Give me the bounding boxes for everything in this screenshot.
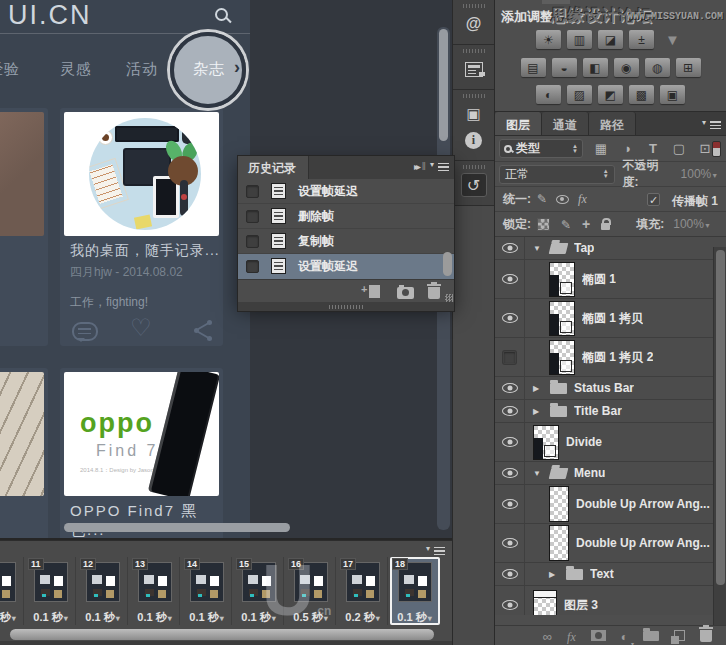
history-step[interactable]: 复制帧 xyxy=(238,229,454,254)
card-title[interactable]: 我的桌面，随手记录... xyxy=(70,242,220,260)
layer-row[interactable]: Status Bar xyxy=(495,377,726,400)
frame-thumbnail[interactable] xyxy=(0,562,16,602)
nav-item[interactable]: 灵感 xyxy=(60,60,92,79)
new-layer-icon[interactable] xyxy=(674,630,685,641)
layers-scrollbar[interactable] xyxy=(713,247,726,625)
layer-row[interactable]: 图层 3 xyxy=(495,586,726,615)
opacity-field[interactable]: 100% xyxy=(677,165,726,184)
scrollbar-thumb[interactable] xyxy=(439,29,448,141)
share-icon[interactable] xyxy=(194,328,199,333)
layer-thumbnail[interactable] xyxy=(533,425,559,460)
new-document-from-state-button[interactable] xyxy=(369,285,380,298)
lock-position-icon[interactable] xyxy=(582,215,590,233)
visibility-toggle[interactable] xyxy=(495,563,525,585)
tab-channels[interactable]: 通道 xyxy=(542,112,589,135)
collapse-panel-icon[interactable] xyxy=(414,161,418,172)
layer-thumbnail[interactable] xyxy=(533,590,557,616)
filter-kind-dropdown[interactable]: 类型 xyxy=(499,139,583,158)
adj-photo-filter-icon[interactable]: ◉ xyxy=(614,58,639,77)
frame-delay-select[interactable]: 0.1 秒 xyxy=(0,610,23,625)
filter-shape-layers-icon[interactable] xyxy=(671,141,687,156)
frame-delay-select[interactable]: 0.2 秒 xyxy=(338,610,387,625)
adj-exposure-icon[interactable]: ± xyxy=(629,30,654,49)
expander-icon[interactable] xyxy=(549,570,559,579)
history-source-checkbox[interactable] xyxy=(246,235,259,248)
adj-selective-color-icon[interactable]: ▣ xyxy=(660,85,685,104)
layer-row[interactable]: Text xyxy=(495,563,726,586)
unify-position-icon[interactable] xyxy=(537,192,547,207)
frame-delay-select[interactable]: 0.1 秒 xyxy=(78,610,127,625)
adj-curves-icon[interactable]: ◪ xyxy=(598,30,623,49)
layer-name[interactable]: Tap xyxy=(574,241,594,255)
layer-thumbnail[interactable] xyxy=(549,262,575,297)
history-step-label[interactable]: 设置帧延迟 xyxy=(298,183,358,200)
layer-style-icon[interactable] xyxy=(567,627,576,645)
new-snapshot-button[interactable] xyxy=(397,287,414,299)
layer-name[interactable]: Double Up Arrow Ang... xyxy=(576,497,710,511)
adj-black-white-icon[interactable]: ◧ xyxy=(583,58,608,77)
history-panel-icon[interactable] xyxy=(461,173,487,197)
filter-adjustment-layers-icon[interactable] xyxy=(619,141,635,156)
timeline-frame[interactable]: 10 0.1 秒 xyxy=(0,557,24,625)
layer-row[interactable]: Double Up Arrow Ang... xyxy=(495,524,726,563)
layer-thumbnail[interactable] xyxy=(549,301,575,336)
timeline-frame[interactable]: 16 0.5 秒 xyxy=(286,557,336,625)
history-step[interactable]: 删除帧 xyxy=(238,204,454,229)
card-title[interactable]: OPPO Find7 黑色... xyxy=(70,502,223,540)
visibility-toggle[interactable] xyxy=(495,400,525,422)
fill-field[interactable]: 100% xyxy=(669,215,721,234)
layer-row[interactable]: 椭圆 1 xyxy=(495,260,726,299)
frame-delay-select[interactable]: 0.5 秒 xyxy=(286,610,335,625)
card-clipped-top[interactable] xyxy=(0,108,48,346)
layer-name[interactable]: 图层 3 xyxy=(564,597,598,614)
layer-row[interactable]: Double Up Arrow Ang... xyxy=(495,485,726,524)
layer-thumbnail[interactable] xyxy=(549,340,575,375)
dock-grip[interactable] xyxy=(463,4,485,8)
layer-row[interactable]: 椭圆 1 拷贝 2 xyxy=(495,338,726,377)
unify-style-icon[interactable] xyxy=(578,192,587,207)
layer-name[interactable]: Status Bar xyxy=(574,381,634,395)
link-layers-icon[interactable] xyxy=(543,627,552,645)
delete-layer-icon[interactable] xyxy=(700,630,712,642)
nav-item[interactable]: 经验 xyxy=(0,60,20,79)
layer-name[interactable]: Menu xyxy=(574,466,605,480)
dock-grip[interactable] xyxy=(463,94,485,98)
timeline-frame[interactable]: 15 0.1 秒 xyxy=(234,557,284,625)
scrollbar-thumb[interactable] xyxy=(716,250,725,585)
timeline-frame[interactable]: 18 0.1 秒 xyxy=(390,557,440,625)
adj-threshold-icon[interactable]: ◩ xyxy=(598,85,623,104)
timeline-frame[interactable]: 14 0.1 秒 xyxy=(182,557,232,625)
adj-channel-mixer-icon[interactable]: ◍ xyxy=(645,58,670,77)
adj-invert-icon[interactable]: ◐ xyxy=(536,85,561,104)
resize-grip[interactable] xyxy=(445,294,453,302)
timeline-menu-icon[interactable] xyxy=(426,546,446,556)
adj-gradient-map-icon[interactable]: ▩ xyxy=(629,85,654,104)
visibility-toggle[interactable] xyxy=(495,485,525,523)
dock-grip[interactable] xyxy=(463,165,485,169)
timeline-frame[interactable]: 17 0.2 秒 xyxy=(338,557,388,625)
delete-state-button[interactable] xyxy=(428,287,440,299)
info-panel-icon[interactable] xyxy=(461,128,487,152)
layer-thumbnail[interactable] xyxy=(549,486,569,522)
history-source-checkbox[interactable] xyxy=(246,260,259,273)
history-source-checkbox[interactable] xyxy=(246,185,259,198)
adj-brightness-contrast-icon[interactable]: ☀ xyxy=(536,30,561,49)
filter-on-toggle[interactable] xyxy=(712,141,721,157)
layer-name[interactable]: 椭圆 1 xyxy=(582,271,616,288)
layer-name[interactable]: 椭圆 1 拷贝 2 xyxy=(582,349,653,366)
layer-name[interactable]: 椭圆 1 拷贝 xyxy=(582,310,643,327)
timeline-frame[interactable]: 11 0.1 秒 xyxy=(26,557,76,625)
heart-icon[interactable] xyxy=(130,314,152,342)
frame-delay-select[interactable]: 0.1 秒 xyxy=(26,610,75,625)
expander-icon[interactable] xyxy=(533,469,543,478)
panel-menu-icon[interactable] xyxy=(430,162,450,172)
history-step[interactable]: 设置帧延迟 xyxy=(238,254,454,279)
history-tab[interactable]: 历史记录 xyxy=(238,156,309,179)
adj-color-lookup-icon[interactable]: ⊞ xyxy=(676,58,701,77)
timeline-frame[interactable]: 13 0.1 秒 xyxy=(130,557,180,625)
layer-name[interactable]: Text xyxy=(590,567,614,581)
visibility-toggle[interactable] xyxy=(495,338,525,376)
visibility-toggle[interactable] xyxy=(495,423,525,461)
3d-panel-icon[interactable] xyxy=(461,102,487,126)
panel-menu-icon[interactable] xyxy=(702,120,722,130)
